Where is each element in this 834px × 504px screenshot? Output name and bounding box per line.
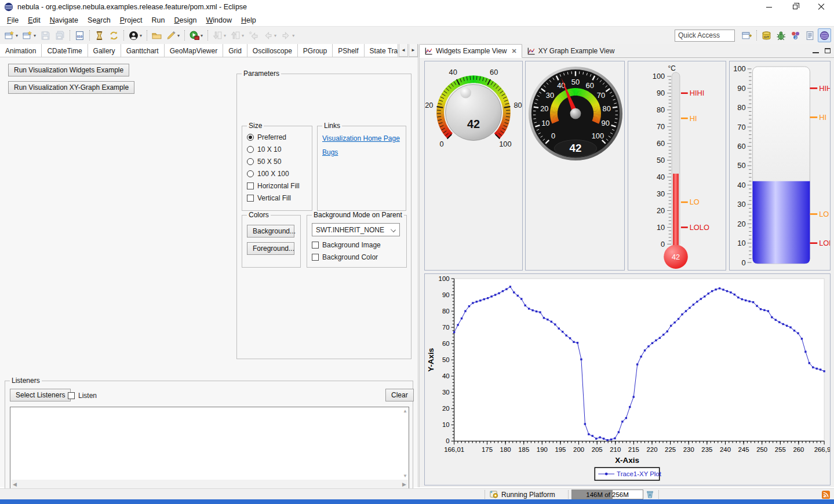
menu-edit[interactable]: Edit: [23, 16, 45, 24]
open-folder-button[interactable]: [150, 28, 163, 42]
close-view-icon[interactable]: ✕: [512, 48, 517, 55]
prev-annotation-dropdown-icon[interactable]: ▾: [242, 33, 244, 38]
foreground-color-button[interactable]: Foreground...: [247, 242, 294, 255]
size-vertical-fill-checkbox[interactable]: Vertical Fill: [242, 192, 312, 204]
ant-build-button[interactable]: [93, 28, 106, 42]
svg-text:30: 30: [442, 389, 450, 396]
view-tab-widgets-example-view[interactable]: Widgets Example View✕: [419, 44, 522, 58]
forward-dropdown-icon[interactable]: ▾: [292, 33, 294, 38]
save-all-button[interactable]: [53, 28, 67, 42]
last-edit-location-button[interactable]: [247, 28, 260, 42]
run-dropdown-icon[interactable]: ▾: [201, 33, 203, 38]
run-gc-button[interactable]: [646, 489, 654, 500]
colors-group: Colors Background... Foreground...: [242, 215, 301, 268]
highlighter-button[interactable]: ▾: [165, 28, 181, 42]
example-tab-ganttchart[interactable]: Ganttchart: [121, 44, 165, 57]
menu-navigate[interactable]: Navigate: [45, 16, 83, 24]
new-menu-button[interactable]: ▾: [21, 28, 38, 42]
menu-project[interactable]: Project: [115, 16, 147, 24]
menu-search[interactable]: Search: [83, 16, 115, 24]
run-button[interactable]: ▾: [188, 28, 205, 42]
menu-run[interactable]: Run: [147, 16, 170, 24]
size-option-50-x-50[interactable]: 50 X 50: [242, 155, 312, 167]
back-dropdown-icon[interactable]: ▾: [274, 33, 276, 38]
size-option-preferred[interactable]: Preferred: [242, 131, 312, 143]
java-perspective-button[interactable]: J: [789, 28, 802, 42]
example-tab-grid[interactable]: Grid: [223, 44, 247, 57]
size-option-100-x-100[interactable]: 100 X 100: [242, 167, 312, 180]
highlighter-dropdown-icon[interactable]: ▾: [177, 33, 180, 38]
open-perspective-icon: [742, 31, 752, 41]
news-feed-button[interactable]: [822, 489, 830, 500]
gauge-widget[interactable]: 010203040506070809010042: [525, 61, 625, 271]
background-color-checkbox[interactable]: Background Color: [307, 251, 406, 263]
background-image-checkbox[interactable]: Background Image: [307, 239, 406, 251]
heap-status[interactable]: 146M of 256M: [571, 490, 643, 499]
view-tab-xy-graph-example-view[interactable]: XY Graph Example View: [522, 44, 620, 58]
xy-graph[interactable]: 0102030405060708090100166,01175180185190…: [424, 273, 831, 485]
svg-text:Trace1-XY Plot: Trace1-XY Plot: [617, 470, 662, 477]
restore-button[interactable]: [782, 0, 808, 14]
scroll-left-icon[interactable]: ◀: [13, 481, 17, 487]
size-option-10-x-10[interactable]: 10 X 10: [242, 143, 312, 155]
tab-scroll-right-icon[interactable]: ►: [409, 44, 418, 57]
minimize-button[interactable]: [756, 0, 782, 14]
plugin-perspective-button[interactable]: [818, 28, 831, 42]
user-button[interactable]: ▾: [127, 28, 144, 42]
debug-perspective-button[interactable]: [774, 28, 788, 42]
link-visualization-home-page[interactable]: Visualization Home Page: [322, 134, 406, 143]
next-annotation-button[interactable]: ▾: [211, 28, 228, 42]
maximize-view-icon[interactable]: [825, 48, 831, 53]
binary-file-button[interactable]: 010: [73, 28, 86, 42]
svg-text:100: 100: [439, 275, 450, 282]
background-mode-dropdown[interactable]: SWT.INHERIT_NONE: [312, 223, 400, 236]
thermometer-widget[interactable]: °C0102030405060708090100HIHIHILOLOLO42: [628, 61, 726, 271]
next-annotation-dropdown-icon[interactable]: ▾: [224, 33, 226, 38]
git-perspective-button[interactable]: GIT: [760, 28, 773, 42]
run-xygraph-example-button[interactable]: Run Visualization XY-Graph Example: [8, 81, 134, 94]
tank-widget[interactable]: 0102030405060708090100HIHIHILOLOLO: [729, 61, 831, 271]
quick-access-input[interactable]: [675, 30, 735, 42]
listener-log-area[interactable]: ▲ ▼ ◀▶: [10, 407, 409, 490]
prev-annotation-button[interactable]: ▾: [229, 28, 246, 42]
knob-widget[interactable]: 02040608010042: [424, 61, 523, 271]
back-button[interactable]: ▾: [261, 28, 278, 42]
run-widgets-example-button[interactable]: Run Visualization Widgets Example: [8, 64, 129, 76]
forward-button[interactable]: ▾: [279, 28, 296, 42]
refresh-button[interactable]: [107, 28, 121, 42]
scroll-right-icon[interactable]: ▶: [402, 481, 406, 487]
new-wizard-dropdown-icon[interactable]: ▾: [16, 33, 18, 38]
scripting-perspective-button[interactable]: [803, 28, 817, 42]
example-tab-animation[interactable]: Animation: [0, 44, 42, 57]
menu-help[interactable]: Help: [236, 16, 261, 24]
select-listeners-button[interactable]: Select Listeners: [10, 389, 71, 401]
new-wizard-button[interactable]: ▾: [3, 28, 20, 42]
example-tab-gallery[interactable]: Gallery: [88, 44, 121, 57]
example-tab-pshelf[interactable]: PShelf: [333, 44, 364, 57]
menu-window[interactable]: Window: [201, 16, 236, 24]
new-menu-dropdown-icon[interactable]: ▾: [34, 33, 36, 38]
size-horizontal-fill-checkbox[interactable]: Horizontal Fill: [242, 180, 312, 192]
tab-scroll-left-icon[interactable]: ◄: [399, 44, 408, 57]
example-tab-geomapviewer[interactable]: GeoMapViewer: [165, 44, 224, 57]
scroll-down-icon[interactable]: ▼: [403, 473, 407, 479]
save-button[interactable]: [39, 28, 52, 42]
example-tab-pgroup[interactable]: PGroup: [298, 44, 333, 57]
scroll-up-icon[interactable]: ▲: [403, 408, 407, 414]
restore-icon: [793, 5, 797, 9]
close-button[interactable]: [808, 0, 834, 14]
toolbar-separator: [184, 30, 185, 41]
svg-text:80: 80: [513, 101, 522, 109]
background-color-button[interactable]: Background...: [247, 225, 294, 238]
user-dropdown-icon[interactable]: ▾: [140, 33, 142, 38]
example-tab-cdatetime[interactable]: CDateTime: [42, 44, 88, 57]
menu-design[interactable]: Design: [170, 16, 202, 24]
minimize-view-icon[interactable]: [813, 48, 819, 53]
clear-button[interactable]: Clear: [385, 389, 414, 401]
link-bugs[interactable]: Bugs: [322, 148, 406, 156]
listen-checkbox[interactable]: Listen: [63, 389, 97, 401]
menu-file[interactable]: File: [2, 16, 23, 24]
example-tab-oscilloscope[interactable]: Oscilloscope: [247, 44, 298, 57]
open-perspective-button[interactable]: [740, 28, 753, 42]
horizontal-scrollbar[interactable]: ◀▶: [11, 480, 408, 488]
